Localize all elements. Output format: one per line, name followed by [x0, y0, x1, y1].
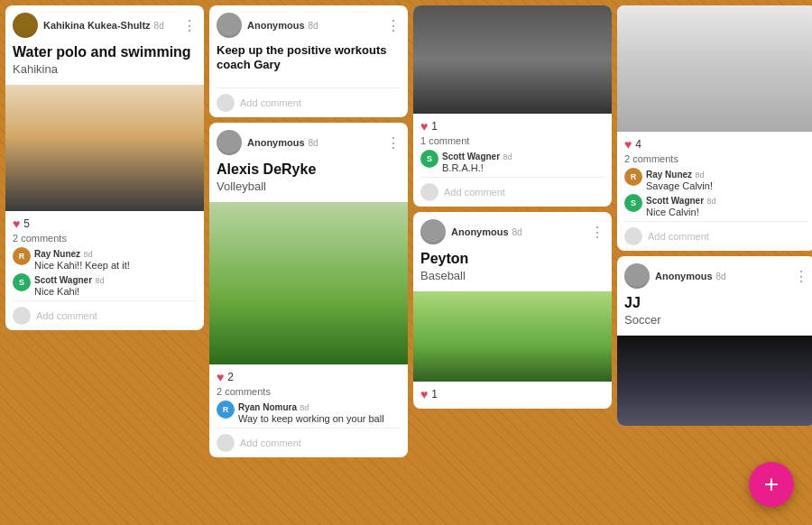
comment-content: Savage Calvin! — [646, 180, 808, 191]
comment-content: B.R.A.H.! — [442, 162, 604, 173]
add-comment-text: Add comment — [444, 187, 505, 198]
like-count: 2 — [227, 371, 234, 383]
add-comment-row[interactable]: Add comment — [217, 88, 401, 112]
main-grid: Kahikina Kukea-Shultz 8d ⋮ Water polo an… — [0, 0, 812, 525]
comments-label: 2 comments — [217, 386, 401, 397]
comment-avatar-scott: S — [624, 194, 642, 212]
comment-username: Ryan Nomura — [238, 402, 297, 412]
comment-avatar-ray: R — [624, 168, 642, 186]
add-comment-row[interactable]: Add comment — [624, 221, 808, 245]
comment-avatar-ray: R — [13, 247, 31, 265]
heart-icon[interactable]: ♥ — [217, 370, 224, 384]
add-comment-row[interactable]: Add comment — [13, 300, 197, 325]
fab-button[interactable]: + — [749, 462, 794, 507]
avatar-anon — [217, 130, 242, 155]
card-calvin: ♥ 4 2 comments R Ray Nunez 8d Savage Cal… — [617, 5, 812, 251]
more-icon[interactable]: ⋮ — [386, 134, 401, 152]
post-time: 8d — [512, 227, 522, 237]
add-comment-avatar — [217, 434, 235, 452]
card-title: JJ — [624, 294, 808, 311]
card-image-baseball — [413, 291, 612, 382]
heart-icon[interactable]: ♥ — [420, 119, 428, 134]
more-icon[interactable]: ⋮ — [794, 268, 808, 285]
card-footer: ♥ 1 — [413, 382, 612, 409]
like-count: 5 — [23, 217, 30, 230]
comment-username: Ray Nunez — [646, 170, 692, 180]
comment-username: Ray Nunez — [34, 249, 80, 259]
card-peyton: Anonymous 8d ⋮ Peyton Baseball ♥ 1 — [413, 212, 612, 409]
comment-content: Nice Kahi! — [34, 286, 197, 297]
card-kahikina: Kahikina Kukea-Shultz 8d ⋮ Water polo an… — [5, 5, 204, 330]
card-image-gym — [617, 5, 812, 132]
like-count: 4 — [635, 138, 641, 151]
card-alexis: Anonymous 8d ⋮ Alexis DeRyke Volleyball … — [209, 123, 408, 457]
post-time: 8d — [154, 21, 164, 31]
comment-username: Scott Wagner — [646, 196, 704, 206]
avatar-anon — [624, 263, 650, 289]
avatar-anon — [217, 13, 242, 38]
comments-label: 2 comments — [624, 153, 808, 164]
card-header: Kahikina Kukea-Shultz 8d ⋮ — [5, 5, 204, 41]
card-image-kahikina — [5, 85, 204, 211]
comments-label: 2 comments — [13, 233, 197, 244]
avatar-anon — [420, 219, 446, 244]
username: Kahikina Kukea-Shultz — [43, 20, 151, 31]
add-comment-avatar — [217, 94, 235, 112]
comments-label: 1 comment — [420, 135, 604, 146]
username: Anonymous — [451, 226, 509, 237]
comment-content: Way to keep working on your ball — [238, 413, 401, 424]
comment-time: 8d — [695, 170, 704, 180]
heart-icon[interactable]: ♥ — [420, 387, 428, 401]
comment-avatar-ryan: R — [217, 401, 235, 419]
column-3: ♥ 1 1 comment S Scott Wagner 8d B.R.A.H.… — [413, 5, 612, 520]
card-image-workout — [413, 5, 612, 114]
card-title: Water polo and swimming — [13, 43, 197, 60]
card-header: Anonymous 8d ⋮ — [617, 256, 812, 292]
post-time: 8d — [716, 272, 726, 281]
add-comment-row[interactable]: Add comment — [420, 177, 604, 201]
more-icon[interactable]: ⋮ — [182, 17, 197, 34]
comment-time: 8d — [503, 152, 512, 161]
card-body: JJ Soccer — [617, 292, 812, 336]
comment-row: R Ray Nunez 8d Savage Calvin! — [624, 168, 808, 191]
comment-row: R Ray Nunez 8d Nice Kahi!! Keep at it! — [13, 247, 197, 271]
card-footer: ♥ 5 2 comments R Ray Nunez 8d Nice Kahi!… — [5, 211, 204, 330]
heart-icon[interactable]: ♥ — [13, 216, 20, 231]
card-body: Alexis DeRyke Volleyball — [209, 159, 408, 202]
card-image-soccer — [617, 336, 812, 426]
comment-time: 8d — [706, 197, 715, 206]
card-title: Alexis DeRyke — [217, 161, 401, 178]
comment-content: Nice Kahi!! Keep at it! — [34, 260, 197, 271]
more-icon[interactable]: ⋮ — [590, 224, 604, 241]
add-comment-avatar — [420, 183, 438, 201]
card-footer: ♥ 2 2 comments R Ryan Nomura 8d Way to k… — [209, 364, 408, 457]
add-comment-row[interactable]: Add comment — [217, 428, 401, 452]
more-icon[interactable]: ⋮ — [386, 17, 401, 34]
comment-time: 8d — [95, 276, 104, 285]
column-2: Anonymous 8d ⋮ Keep up the positive work… — [209, 5, 408, 520]
comment-time: 8d — [300, 403, 309, 412]
add-comment-avatar — [13, 307, 31, 325]
card-image-alexis — [209, 202, 408, 364]
card-anon-positive: Anonymous 8d ⋮ Keep up the positive work… — [209, 5, 408, 117]
comment-username: Scott Wagner — [34, 275, 92, 285]
card-subtitle: Baseball — [420, 269, 604, 282]
comment-row: S Scott Wagner 8d Nice Kahi! — [13, 273, 197, 297]
card-header: Anonymous 8d ⋮ — [413, 212, 612, 248]
card-header: Anonymous 8d ⋮ — [209, 123, 408, 159]
like-count: 1 — [431, 120, 438, 133]
card-workout-comment: ♥ 1 1 comment S Scott Wagner 8d B.R.A.H.… — [413, 5, 612, 207]
comment-row: R Ryan Nomura 8d Way to keep working on … — [217, 401, 401, 424]
add-comment-text: Add comment — [36, 310, 97, 321]
card-subtitle: Soccer — [624, 313, 808, 327]
heart-icon[interactable]: ♥ — [624, 137, 632, 152]
add-comment-text: Add comment — [240, 438, 301, 448]
comment-row: S Scott Wagner 8d Nice Calvin! — [624, 194, 808, 217]
add-comment-text: Add comment — [240, 97, 301, 108]
avatar-kahikina — [13, 13, 38, 38]
comment-content: Nice Calvin! — [646, 207, 808, 217]
card-body: Peyton Baseball — [413, 248, 612, 291]
column-1: Kahikina Kukea-Shultz 8d ⋮ Water polo an… — [5, 5, 204, 520]
like-count: 1 — [431, 388, 438, 401]
comment-avatar-scott: S — [420, 150, 438, 168]
